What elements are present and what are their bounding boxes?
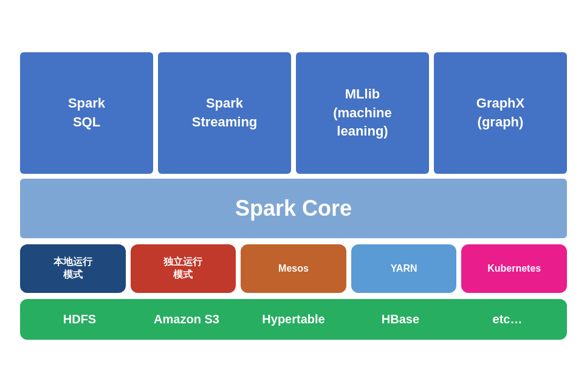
- module-spark-sql: Spark SQL: [20, 52, 153, 174]
- modules-row: Spark SQL Spark Streaming MLlib (machine…: [20, 52, 567, 174]
- storage-hypertable: Hypertable: [240, 312, 347, 326]
- runtime-standalone: 独立运行 模式: [131, 244, 236, 293]
- module-graphx: GraphX (graph): [434, 52, 567, 174]
- runtime-yarn: YARN: [351, 244, 457, 293]
- module-mllib: MLlib (machine leaning): [296, 52, 429, 174]
- runtime-local: 本地运行 模式: [20, 244, 126, 293]
- storage-amazon-s3: Amazon S3: [133, 312, 240, 326]
- storage-row: HDFS Amazon S3 Hypertable HBase etc…: [20, 299, 567, 340]
- module-spark-streaming: Spark Streaming: [158, 52, 291, 174]
- spark-core: Spark Core: [20, 179, 567, 238]
- diagram-container: Spark SQL Spark Streaming MLlib (machine…: [14, 40, 573, 352]
- storage-hbase: HBase: [347, 312, 454, 326]
- runtime-row: 本地运行 模式 独立运行 模式 Mesos YARN Kubernetes: [20, 244, 567, 293]
- runtime-kubernetes: Kubernetes: [461, 244, 567, 293]
- storage-hdfs: HDFS: [26, 312, 133, 326]
- storage-etc: etc…: [454, 312, 561, 326]
- runtime-mesos: Mesos: [241, 244, 346, 293]
